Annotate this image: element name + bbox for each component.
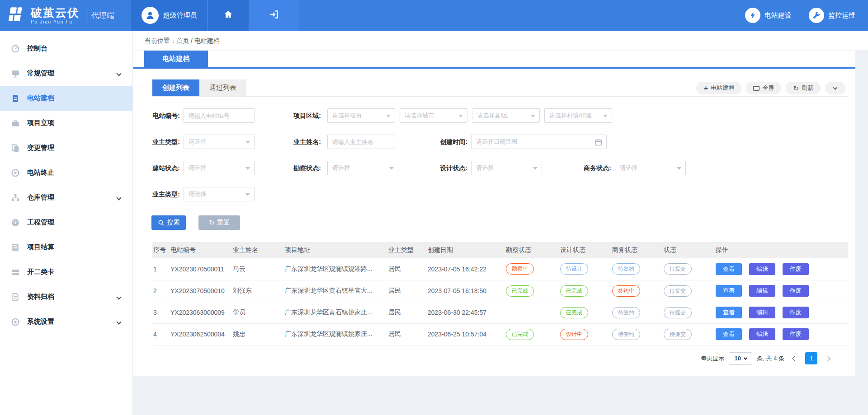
sidebar-item-console[interactable]: 控制台 — [0, 36, 132, 61]
caret-down-icon — [386, 115, 391, 117]
user-menu[interactable]: 超级管理员 — [131, 0, 208, 31]
cell-address: 广东深圳龙华区黄石镇姚家庄... — [284, 302, 387, 323]
brand-separator — [86, 9, 86, 21]
sidebar-item-data-archive[interactable]: 资料归档 — [0, 284, 132, 309]
region-label: 项目区域: — [276, 108, 321, 123]
table-header-row: 序号 电站编号 业主姓名 项目地址 业主类型 创建日期 勘察状态 设计状态 商务… — [152, 242, 848, 258]
collapse-button[interactable] — [825, 82, 845, 94]
owner-type-select[interactable]: 请选择 — [184, 135, 255, 149]
cell-owner-type: 居民 — [387, 302, 427, 323]
void-button[interactable]: 作废 — [783, 285, 809, 297]
owner-type2-select[interactable]: 请选择 — [184, 187, 255, 201]
city-select[interactable]: 请选择城市 — [400, 108, 467, 123]
edit-button[interactable]: 编辑 — [749, 263, 775, 275]
cell-station-id: YX2023070500011 — [170, 258, 232, 280]
void-button[interactable]: 作废 — [783, 263, 809, 275]
content-panel: 创建列表 通过列表 + 电站建档 全屏 ↻ 刷新 电站编号: — [133, 69, 855, 376]
sidebar-item-general-mgmt[interactable]: 常规管理 — [0, 61, 132, 86]
sidebar-item-type2-card[interactable]: 开二类卡 — [0, 260, 132, 284]
date-range-input[interactable]: 请选择日期范围 — [471, 135, 607, 149]
create-time-label: 创建时间: — [422, 135, 467, 149]
refresh-icon: ↻ — [793, 85, 799, 92]
main-content: 当前位置：首页 / 电站建档 电站建档 创建列表 通过列表 + 电站建档 全屏 … — [133, 31, 868, 415]
view-button[interactable]: 查看 — [716, 307, 742, 318]
void-button[interactable]: 作废 — [783, 328, 809, 340]
home-button[interactable] — [208, 0, 249, 31]
stop-circle-icon — [11, 168, 20, 177]
design-status-select[interactable]: 请选择 — [471, 161, 542, 175]
tab-create-list[interactable]: 创建列表 — [152, 79, 199, 96]
add-station-button[interactable]: + 电站建档 — [696, 82, 741, 94]
edit-button[interactable]: 编辑 — [749, 285, 775, 297]
nav-monitoring[interactable]: 监控运维 — [809, 0, 855, 31]
design-status-badge: 设计中 — [560, 329, 588, 340]
edit-button[interactable]: 编辑 — [749, 328, 775, 340]
cell-owner: 学员 — [232, 302, 284, 323]
survey-status-select[interactable]: 请选择 — [327, 161, 398, 175]
fullscreen-button[interactable]: 全屏 — [746, 82, 781, 94]
breadcrumb-home[interactable]: 首页 — [176, 37, 189, 44]
business-status-select[interactable]: 请选择 — [615, 161, 686, 175]
page-number[interactable]: 1 — [805, 352, 817, 364]
owner-name-input[interactable] — [327, 135, 395, 149]
town-select[interactable]: 请选择村镇/街道 — [544, 108, 612, 123]
caret-down-icon — [245, 193, 250, 196]
per-page-select[interactable]: 10 — [729, 352, 752, 365]
sidebar-item-warehouse-mgmt[interactable]: 仓库管理 — [0, 185, 132, 210]
cell-owner: 姚忠 — [232, 323, 284, 345]
refresh-button[interactable]: ↻ 刷新 — [786, 82, 821, 94]
next-page-button[interactable] — [822, 353, 834, 364]
sidebar-item-station-termination[interactable]: 电站终止 — [0, 160, 132, 185]
station-id-input[interactable] — [184, 108, 255, 123]
view-button[interactable]: 查看 — [716, 285, 742, 297]
cell-owner-type: 居民 — [387, 323, 427, 345]
build-status-select[interactable]: 请选择 — [184, 161, 255, 175]
province-select[interactable]: 请选择省份 — [327, 108, 395, 123]
owner-type-label: 业主类型: — [135, 135, 180, 149]
view-button[interactable]: 查看 — [716, 328, 742, 340]
sidebar-item-project-initiation[interactable]: 项目立项 — [0, 111, 132, 135]
design-status-badge: 待设计 — [560, 263, 588, 275]
prev-page-button[interactable] — [789, 353, 801, 364]
status-badge: 待提交 — [664, 263, 692, 275]
cell-owner-type: 居民 — [387, 280, 427, 302]
search-icon — [158, 219, 165, 226]
cell-created: 2023-06-25 10:57:04 — [427, 323, 505, 345]
view-button[interactable]: 查看 — [716, 263, 742, 275]
county-select[interactable]: 请选择县/区 — [472, 108, 540, 123]
app-header: 破茧云伏 Po Jian Yun Fu 代理端 超级管理员 — [0, 0, 868, 31]
pagination: 每页显示 10 条, 共 4 条 1 — [133, 352, 834, 365]
brand: 破茧云伏 Po Jian Yun Fu 代理端 — [0, 0, 131, 31]
edit-button[interactable]: 编辑 — [749, 307, 775, 318]
caret-down-icon — [245, 167, 250, 170]
sidebar-item-station-filing[interactable]: 电站建档 — [0, 86, 132, 111]
avatar — [142, 7, 159, 24]
sidebar-item-engineering-mgmt[interactable]: 工程管理 — [0, 210, 132, 235]
owner-name-label: 业主姓名: — [276, 135, 321, 149]
cell-owner-type: 居民 — [387, 258, 427, 280]
total-count-label: 条, 共 4 条 — [757, 354, 784, 363]
chevron-down-icon — [116, 294, 121, 299]
sidebar-item-system-settings[interactable]: 系统设置 — [0, 309, 132, 334]
toolbar: + 电站建档 全屏 ↻ 刷新 — [696, 82, 845, 94]
logout-button[interactable] — [249, 0, 299, 31]
table-row: 4 YX2023062500004 姚忠 广东深圳龙华区观澜镇姚家庄... 居民… — [152, 323, 848, 345]
table-row: 1 YX2023070500011 马云 广东深圳龙华区观澜镇观湖路... 居民… — [152, 258, 848, 280]
nav-station-construction[interactable]: 电站建设 — [745, 0, 792, 31]
caret-down-icon — [245, 141, 250, 144]
search-button[interactable]: 搜索 — [151, 215, 186, 230]
business-status-badge: 待签约 — [612, 307, 640, 318]
page-tab-station-filing[interactable]: 电站建档 — [144, 51, 208, 67]
tab-passed-list[interactable]: 通过列表 — [199, 79, 246, 96]
sidebar-item-project-settlement[interactable]: 项目结算 — [0, 235, 132, 260]
owner-type2-label: 业主类型: — [135, 187, 180, 201]
briefcase-icon — [11, 119, 20, 128]
sidebar-item-change-mgmt[interactable]: 变更管理 — [0, 135, 132, 160]
nav-station-construction-label: 电站建设 — [764, 11, 792, 20]
business-status-badge: 签约中 — [612, 285, 640, 297]
cell-address: 广东深圳龙华区观澜镇姚家庄... — [284, 323, 387, 345]
chevron-down-icon — [116, 71, 121, 76]
void-button[interactable]: 作废 — [783, 307, 809, 318]
reset-button[interactable]: ↻ 重置 — [198, 215, 240, 230]
plus-icon: + — [703, 84, 708, 92]
